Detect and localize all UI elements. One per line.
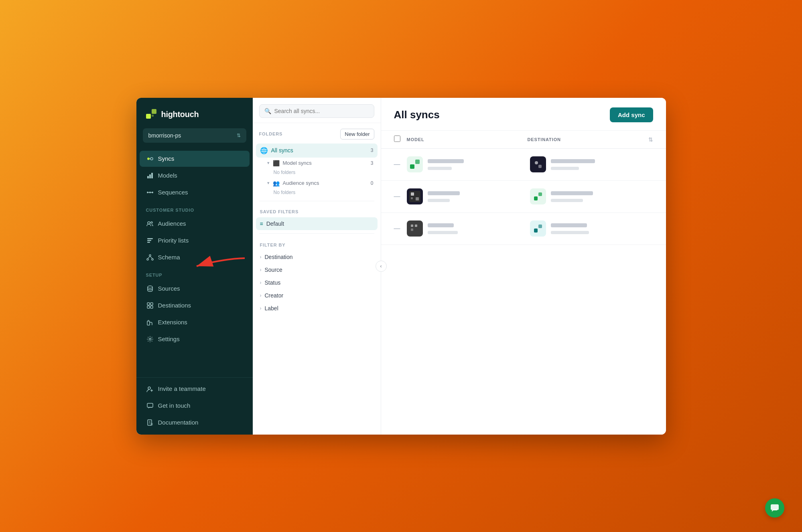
globe-icon: 🌐 [260,147,268,154]
sort-icon[interactable]: ⇅ [648,136,653,143]
sidebar-item-syncs[interactable]: Syncs [140,151,250,167]
row-2-model-sub-blurred [428,199,450,202]
models-icon [146,172,154,180]
svg-rect-51 [534,196,538,200]
collapse-panel-button[interactable]: ‹ [376,261,387,272]
filter-item-default[interactable]: ≡ Default [256,217,378,230]
svg-point-32 [148,387,150,389]
svg-rect-41 [410,164,414,169]
svg-rect-17 [147,240,151,241]
setup-nav: Sources Destinations [136,281,253,348]
hightouch-logo-icon [146,109,157,120]
svg-rect-18 [147,242,150,243]
select-all-checkbox[interactable] [394,136,400,142]
sidebar-item-documentation-label: Documentation [158,419,199,426]
row-3-dest-info [551,223,589,234]
status-dash-icon: — [394,161,400,168]
sidebar-item-extensions[interactable]: Extensions [140,314,250,330]
table-header-destination: DESTINATION [528,137,648,142]
table-row[interactable]: — [381,213,666,245]
row-1-dest-info [551,159,595,170]
folders-label: FOLDERS [259,131,283,136]
main-content: All syncs Add sync MODEL DESTINATION ⇅ — [381,98,666,435]
folder-list: 🌐 All syncs 3 ▾ ⬛ Model syncs 3 No folde… [253,144,381,198]
saved-filters-label: SAVED FILTERS [256,204,378,217]
svg-rect-46 [409,191,420,202]
svg-rect-0 [146,114,151,119]
row-2-status: — [394,193,407,200]
sidebar-item-destinations[interactable]: Destinations [140,297,250,314]
filter-creator-label: Creator [265,292,284,299]
svg-point-4 [150,158,153,160]
search-box: 🔍 [253,98,381,123]
logo-text: hightouch [161,110,199,119]
sidebar-item-documentation[interactable]: Documentation [140,415,250,431]
filter-option-source[interactable]: › Source [256,263,378,276]
sidebar-item-audiences[interactable]: Audiences [140,216,250,232]
filter-option-status[interactable]: › Status [256,276,378,289]
sidebar-item-destinations-label: Destinations [158,302,191,309]
row-2-model-icon [407,188,423,204]
svg-rect-6 [147,176,149,178]
svg-line-22 [148,256,150,259]
sidebar-item-schema[interactable]: Schema [140,249,250,265]
sidebar-item-invite-teammate[interactable]: Invite a teammate [140,381,250,397]
filter-option-creator[interactable]: › Creator [256,289,378,302]
row-1-model-name-blurred [428,159,464,163]
folder-item-audience-syncs[interactable]: ▾ 👥 Audience syncs 0 [256,178,378,189]
audience-sync-icon: 👥 [273,180,280,186]
row-2-dest-name-blurred [551,191,593,195]
search-input-wrap[interactable]: 🔍 [259,104,374,118]
sidebar-item-get-in-touch[interactable]: Get in touch [140,398,250,414]
saved-filters-section: SAVED FILTERS ≡ Default [253,204,381,230]
new-folder-button[interactable]: New folder [340,129,374,140]
svg-point-21 [152,259,153,260]
folder-item-model-syncs[interactable]: ▾ ⬛ Model syncs 3 [256,158,378,169]
sidebar-item-settings[interactable]: Settings [140,331,250,347]
workspace-selector[interactable]: bmorrison-ps ⇅ [143,128,246,143]
add-sync-button[interactable]: Add sync [610,107,653,122]
svg-rect-50 [532,191,544,202]
table-row[interactable]: — [381,181,666,213]
row-3-dest-icon [530,220,546,237]
table-header: MODEL DESTINATION ⇅ [381,131,666,149]
filter-option-label[interactable]: › Label [256,302,378,315]
chat-bubble-button[interactable] [765,498,784,518]
search-icon: 🔍 [264,108,271,114]
table-container: MODEL DESTINATION ⇅ — [381,131,666,435]
row-1-dest-sub-blurred [551,167,579,170]
divider-2 [259,233,374,234]
svg-rect-45 [538,165,542,168]
destinations-icon [146,301,154,309]
svg-point-10 [149,192,151,193]
filter-by-label: FILTER BY [256,237,378,251]
row-3-dest-sub-blurred [551,231,589,234]
row-2-model-info [428,191,460,202]
svg-rect-2 [152,115,154,117]
svg-rect-40 [150,423,153,425]
table-select-all[interactable] [394,136,407,144]
filter-option-destination[interactable]: › Destination [256,251,378,263]
folder-audience-syncs-count: 0 [371,180,374,186]
customer-studio-label: CUSTOMER STUDIO [136,201,253,216]
table-row[interactable]: — [381,149,666,181]
model-syncs-no-folders: No folders [256,169,378,178]
customer-studio-nav: Audiences Priority lists [136,216,253,266]
row-1-model [407,156,530,172]
sidebar-item-models[interactable]: Models [140,168,250,184]
sidebar-item-sequences[interactable]: Sequences [140,184,250,200]
sidebar-item-settings-label: Settings [158,336,180,342]
chevron-right-icon-2: › [260,267,262,273]
folder-item-all-syncs[interactable]: 🌐 All syncs 3 [256,144,378,158]
search-input[interactable] [274,108,369,114]
sidebar-item-priority-lists[interactable]: Priority lists [140,233,250,249]
sidebar-item-sources[interactable]: Sources [140,281,250,297]
status-dash-icon-2: — [394,193,400,200]
filter-destination-label: Destination [265,254,293,260]
svg-rect-25 [147,303,150,305]
svg-rect-48 [416,197,419,200]
row-2-dest-sub-blurred [551,199,583,202]
syncs-icon [146,155,154,163]
svg-point-3 [147,158,150,160]
svg-point-15 [151,222,152,223]
